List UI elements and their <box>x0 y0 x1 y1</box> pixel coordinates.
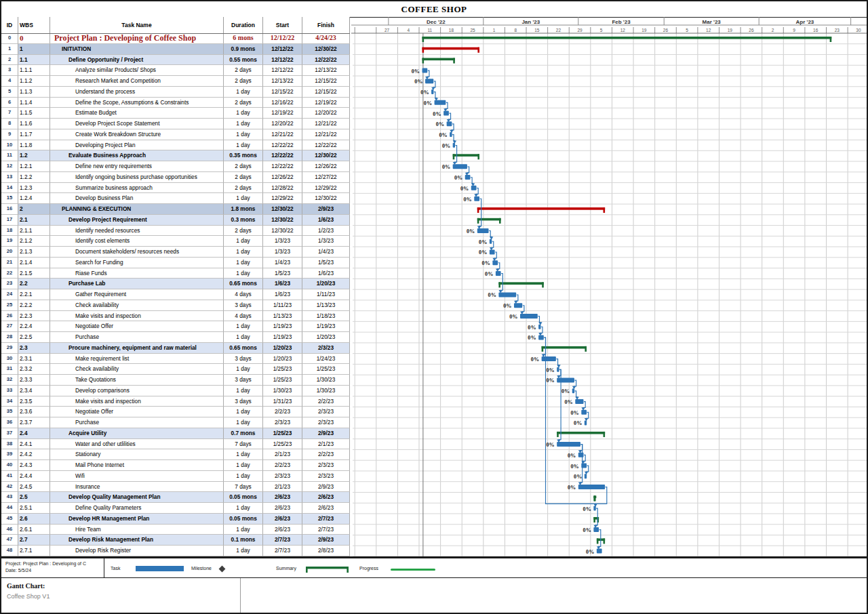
table-row[interactable]: 131.2.2Identify ongoing business purchas… <box>1 172 350 183</box>
cell-task-name[interactable]: Develop comparisons <box>50 386 224 396</box>
cell-id[interactable]: 46 <box>1 525 18 535</box>
cell-start[interactable]: 1/19/23 <box>263 332 302 343</box>
task-bar[interactable] <box>578 453 584 457</box>
cell-wbs[interactable]: 2.5 <box>18 492 50 503</box>
cell-start[interactable]: 2/2/23 <box>263 407 302 417</box>
cell-finish[interactable]: 12/26/22 <box>302 161 350 172</box>
task-bar[interactable] <box>538 335 544 340</box>
cell-start[interactable]: 12/19/22 <box>263 108 302 119</box>
task-bar[interactable] <box>477 228 489 233</box>
cell-duration[interactable]: 1 day <box>224 386 263 396</box>
cell-start[interactable]: 2/7/23 <box>263 546 302 556</box>
cell-id[interactable]: 43 <box>1 492 18 503</box>
cell-start[interactable]: 1/5/23 <box>263 268 302 279</box>
cell-start[interactable]: 1/20/23 <box>263 354 302 365</box>
cell-wbs[interactable]: 2.3.5 <box>18 396 50 407</box>
table-row[interactable]: 412.4.4Wifi1 day2/3/232/3/23 <box>1 471 350 482</box>
cell-wbs[interactable]: 2.3.4 <box>18 386 50 396</box>
cell-finish[interactable]: 1/5/23 <box>302 258 350 268</box>
cell-finish[interactable]: 1/6/23 <box>302 215 350 226</box>
cell-duration[interactable]: 2 days <box>224 161 263 172</box>
cell-wbs[interactable]: 2.4.2 <box>18 449 50 460</box>
cell-task-name[interactable]: Purchase <box>50 332 224 343</box>
task-bar[interactable] <box>585 474 587 478</box>
cell-duration[interactable]: 0.7 mons <box>224 428 263 439</box>
task-bar[interactable] <box>422 68 428 73</box>
task-bar[interactable] <box>575 399 583 404</box>
cell-task-name[interactable]: Developing Project Plan <box>50 140 224 151</box>
cell-task-name[interactable]: Develop Project Scope Statement <box>50 119 224 129</box>
cell-finish[interactable]: 1/20/23 <box>302 332 350 343</box>
cell-start[interactable]: 12/16/22 <box>263 98 302 108</box>
cell-duration[interactable]: 1 day <box>224 268 263 279</box>
cell-finish[interactable]: 12/30/22 <box>302 150 350 161</box>
cell-finish[interactable]: 1/19/23 <box>302 321 350 332</box>
cell-duration[interactable]: 2 days <box>224 98 263 108</box>
table-row[interactable]: 422.4.5Insurance7 days2/1/232/9/23 <box>1 482 350 493</box>
cell-start[interactable]: 12/30/22 <box>263 226 302 237</box>
task-bar[interactable] <box>597 549 602 554</box>
cell-id[interactable]: 2 <box>1 55 18 66</box>
cell-id[interactable]: 9 <box>1 129 18 140</box>
cell-finish[interactable]: 12/29/22 <box>302 183 350 194</box>
cell-wbs[interactable]: 2.3.3 <box>18 375 50 386</box>
cell-wbs[interactable]: 2.1.3 <box>18 247 50 258</box>
cell-task-name[interactable]: Wifi <box>50 471 224 482</box>
task-bar[interactable] <box>474 197 479 201</box>
cell-id[interactable]: 48 <box>1 546 18 556</box>
cell-wbs[interactable]: 1.1.3 <box>18 87 50 98</box>
summary-bar[interactable] <box>557 432 605 434</box>
cell-duration[interactable]: 2 days <box>224 172 263 183</box>
cell-id[interactable]: 25 <box>1 300 18 311</box>
cell-task-name[interactable]: Develop Project Requirement <box>50 215 224 226</box>
cell-id[interactable]: 31 <box>1 364 18 375</box>
cell-wbs[interactable]: 2.2.5 <box>18 332 50 343</box>
table-row[interactable]: 121.2.1Define new entry requirements2 da… <box>1 161 350 172</box>
table-row[interactable]: 202.1.3Document stakeholders/ resources … <box>1 247 350 258</box>
cell-id[interactable]: 41 <box>1 471 18 482</box>
cell-finish[interactable]: 2/3/23 <box>302 407 350 417</box>
cell-duration[interactable]: 1 day <box>224 503 263 514</box>
cell-wbs[interactable]: 2.6 <box>18 514 50 525</box>
cell-finish[interactable]: 2/8/23 <box>302 546 350 556</box>
table-row[interactable]: 91.1.7Create Work Breakdown Structure1 d… <box>1 129 350 140</box>
task-bar[interactable] <box>435 100 446 105</box>
cell-task-name[interactable]: PLANNING & EXECUTION <box>50 204 224 215</box>
cell-start[interactable]: 1/25/23 <box>263 375 302 386</box>
cell-finish[interactable]: 2/9/23 <box>302 428 350 439</box>
table-row[interactable]: 452.6Develop HR Management Plan0.05 mons… <box>1 514 350 525</box>
cell-finish[interactable]: 2/3/23 <box>302 417 350 428</box>
cell-wbs[interactable]: 2.1.5 <box>18 268 50 279</box>
cell-start[interactable]: 12/30/22 <box>263 215 302 226</box>
task-bar[interactable] <box>538 325 540 329</box>
cell-start[interactable]: 2/6/23 <box>263 503 302 514</box>
cell-duration[interactable]: 1 day <box>224 332 263 343</box>
cell-duration[interactable]: 3 days <box>224 354 263 365</box>
cell-id[interactable]: 23 <box>1 279 18 289</box>
cell-finish[interactable]: 12/15/22 <box>302 87 350 98</box>
cell-id[interactable]: 34 <box>1 396 18 407</box>
cell-finish[interactable]: 1/11/23 <box>302 289 350 300</box>
cell-finish[interactable]: 2/3/23 <box>302 471 350 482</box>
cell-id[interactable]: 3 <box>1 65 18 76</box>
table-row[interactable]: 372.4Acquire Utility0.7 mons1/25/232/9/2… <box>1 428 350 439</box>
cell-finish[interactable]: 12/30/22 <box>302 44 350 55</box>
task-bar[interactable] <box>585 420 587 425</box>
table-row[interactable]: 402.4.3Mail Phone Internet1 day2/2/232/3… <box>1 460 350 471</box>
cell-wbs[interactable]: 2.4 <box>18 428 50 439</box>
table-row[interactable]: 262.2.3Make visits and inspection4 days1… <box>1 311 350 322</box>
cell-task-name[interactable]: Develop Risk Management Plan <box>50 535 224 546</box>
cell-duration[interactable]: 4 days <box>224 311 263 322</box>
cell-task-name[interactable]: Understand the process <box>50 87 224 98</box>
cell-start[interactable]: 1/25/23 <box>263 364 302 375</box>
table-row[interactable]: 392.4.2Stationary1 day2/1/232/2/23 <box>1 449 350 460</box>
cell-finish[interactable]: 2/3/23 <box>302 460 350 471</box>
cell-finish[interactable]: 12/30/22 <box>302 193 350 204</box>
cell-task-name[interactable]: Make visits and inspection <box>50 311 224 322</box>
cell-start[interactable]: 1/25/23 <box>263 428 302 439</box>
cell-wbs[interactable]: 1.1.7 <box>18 129 50 140</box>
cell-wbs[interactable]: 2 <box>18 204 50 215</box>
cell-wbs[interactable]: 2.3.6 <box>18 407 50 417</box>
cell-wbs[interactable]: 1 <box>18 44 50 55</box>
table-row[interactable]: 282.2.5Purchase1 day1/19/231/20/23 <box>1 332 350 343</box>
